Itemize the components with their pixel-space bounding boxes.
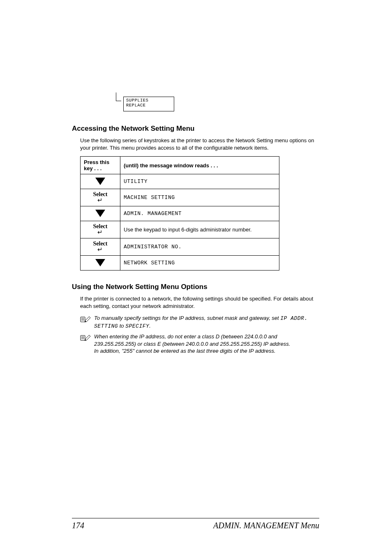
column-header-message: (until) the message window reads . . . [120, 157, 279, 174]
page-number: 174 [72, 521, 84, 530]
lcd-line-1: SUPPLIES [126, 98, 171, 103]
keystroke-table: Press this key . . . (until) the message… [80, 156, 279, 271]
tree-connector [116, 92, 121, 101]
lcd-tree-item: SUPPLIES REPLACE [123, 97, 185, 111]
page-content: SUPPLIES REPLACE Accessing the Network S… [0, 0, 391, 355]
down-arrow-icon [95, 259, 105, 266]
note-icon [80, 333, 91, 341]
key-down [81, 206, 120, 221]
message-cell: Use the keypad to input 6-digits adminis… [120, 221, 279, 238]
message-cell: MACHINE SETTING [120, 189, 279, 206]
enter-arrow-icon: ↵ [93, 247, 108, 252]
note-icon [80, 315, 91, 322]
note-text-2: When entering the IP address, do not ent… [94, 333, 319, 355]
down-arrow-icon [95, 178, 105, 185]
select-key-icon: Select ↵ [93, 241, 108, 252]
key-select: Select ↵ [81, 221, 120, 238]
footer-rule [72, 518, 319, 518]
table-row: Select ↵ ADMINISTRATOR NO. [81, 238, 279, 256]
column-header-key: Press this key . . . [81, 157, 120, 174]
key-down [81, 256, 120, 271]
key-down [81, 174, 120, 189]
enter-arrow-icon: ↵ [93, 229, 108, 235]
heading-accessing-network-menu: Accessing the Network Setting Menu [72, 125, 319, 133]
note1-part-b: to [118, 323, 125, 329]
note-block-2: When entering the IP address, do not ent… [80, 333, 319, 355]
table-header-row: Press this key . . . (until) the message… [81, 157, 279, 174]
message-cell: UTILITY [120, 174, 279, 189]
select-key-icon: Select ↵ [93, 224, 108, 235]
lcd-display: SUPPLIES REPLACE [123, 97, 174, 111]
table-row: UTILITY [81, 174, 279, 189]
note-text-1: To manually specify settings for the IP … [94, 314, 319, 330]
table-row: NETWORK SETTING [81, 256, 279, 271]
down-arrow-icon [95, 210, 105, 217]
note1-code-2: SPECIFY [125, 323, 149, 329]
note1-part-c: . [149, 323, 151, 329]
table-row: Select ↵ Use the keypad to input 6-digit… [81, 221, 279, 238]
message-cell: NETWORK SETTING [120, 256, 279, 271]
note2-part-a: When entering the IP address, do not ent… [94, 333, 290, 347]
heading-using-network-menu: Using the Network Setting Menu Options [72, 283, 319, 291]
table-row: ADMIN. MANAGEMENT [81, 206, 279, 221]
note2-part-b: In addition, "255" cannot be entered as … [94, 348, 276, 354]
enter-arrow-icon: ↵ [93, 197, 108, 203]
footer: 174 ADMIN. MANAGEMENT Menu [72, 518, 319, 530]
note1-part-a: To manually specify settings for the IP … [94, 315, 280, 321]
lcd-line-2: REPLACE [126, 103, 171, 108]
intro-paragraph-1: Use the following series of keystrokes a… [80, 137, 319, 151]
intro-paragraph-2: If the printer is connected to a network… [80, 295, 319, 310]
key-select: Select ↵ [81, 238, 120, 256]
message-cell: ADMIN. MANAGEMENT [120, 206, 279, 221]
svg-rect-4 [81, 335, 85, 340]
select-key-icon: Select ↵ [93, 192, 108, 203]
note-block-1: To manually specify settings for the IP … [80, 314, 319, 330]
footer-title: ADMIN. MANAGEMENT Menu [213, 521, 319, 530]
message-cell: ADMINISTRATOR NO. [120, 238, 279, 256]
key-select: Select ↵ [81, 189, 120, 206]
svg-rect-0 [81, 317, 85, 322]
table-row: Select ↵ MACHINE SETTING [81, 189, 279, 206]
